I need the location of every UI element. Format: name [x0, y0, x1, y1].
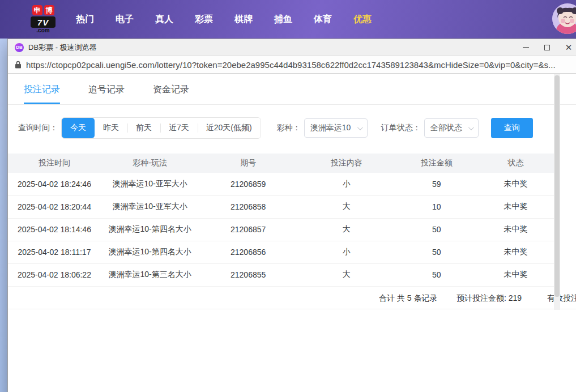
table-cell: 59 [395, 173, 477, 195]
table-cell: 2025-04-02 18:11:17 [8, 241, 101, 263]
logo-chips: 申 博 [32, 5, 54, 15]
time-filter-group: 今天昨天前天近7天近20天(低频) [61, 117, 261, 139]
column-header: 投注内容 [297, 154, 396, 173]
table-cell: 未中奖 [477, 195, 554, 218]
page-content: 投注记录追号记录资金记录 查询时间： 今天昨天前天近7天近20天(低频) 彩种：… [8, 74, 576, 392]
table-cell: 未中奖 [477, 218, 554, 241]
table-cell: 大 [297, 263, 396, 286]
nav-item[interactable]: 棋牌 [234, 14, 253, 25]
summary-valid-amount: 有效投注 [547, 293, 576, 304]
tab[interactable]: 资金记录 [153, 84, 189, 104]
table-cell: 澳洲幸运10-第四名大小 [101, 241, 199, 263]
table-row: 2025-04-02 18:06:22澳洲幸运10-第三名大小21206855大… [8, 263, 554, 286]
table-row: 2025-04-02 18:14:46澳洲幸运10-第四名大小21206857大… [8, 218, 554, 241]
site-nav-items: 热门电子真人彩票棋牌捕鱼体育优惠 [76, 14, 372, 25]
column-header: 投注时间 [8, 154, 101, 173]
page: 申 博 7V .com 热门电子真人彩票棋牌捕鱼体育优惠 [0, 0, 576, 392]
table-cell: 小 [297, 241, 396, 263]
table-header: 投注时间彩种-玩法期号投注内容投注金额状态 [8, 154, 554, 173]
time-filter-label: 查询时间： [18, 123, 58, 133]
avatar-illustration [552, 3, 576, 34]
maximize-button[interactable] [536, 39, 558, 56]
tab[interactable]: 追号记录 [88, 84, 125, 104]
time-option-button[interactable]: 今天 [62, 118, 95, 138]
table-cell: 未中奖 [477, 173, 554, 195]
table-header-row: 投注时间彩种-玩法期号投注内容投注金额状态 [8, 154, 554, 173]
nav-item[interactable]: 体育 [314, 14, 332, 25]
minimize-button[interactable] [515, 39, 536, 56]
table-cell: 2025-04-02 18:20:44 [8, 195, 101, 218]
chevron-down-icon [468, 125, 474, 130]
nav-item[interactable]: 彩票 [195, 14, 213, 25]
nav-item[interactable]: 真人 [155, 14, 173, 25]
column-header: 彩种-玩法 [101, 154, 199, 173]
address-bar[interactable]: https://ctopcp02pcali.uengi5e.com/lotter… [8, 56, 576, 74]
table-cell: 21206856 [199, 241, 297, 263]
lottery-select-value: 澳洲幸运10 [310, 123, 351, 133]
nav-item[interactable]: 电子 [116, 14, 134, 25]
time-option-button[interactable]: 近7天 [160, 118, 198, 138]
table-cell: 未中奖 [477, 241, 554, 263]
time-option-button[interactable]: 昨天 [95, 118, 127, 138]
status-select-value: 全部状态 [430, 123, 462, 133]
table-cell: 21206855 [199, 263, 297, 286]
table-cell: 澳洲幸运10-亚军大小 [101, 195, 199, 218]
table-cell: 50 [395, 218, 477, 241]
table-cell: 大 [297, 218, 396, 241]
table-row: 2025-04-02 18:20:44澳洲幸运10-亚军大小21206858大1… [8, 195, 554, 218]
summary-expected-amount: 预计投注金额: 219 [456, 293, 522, 304]
table-cell: 21206857 [199, 218, 297, 241]
table-row: 2025-04-02 18:24:46澳洲幸运10-亚军大小21206859小5… [8, 173, 554, 195]
table-cell: 未中奖 [477, 263, 554, 286]
close-icon: ✕ [565, 43, 573, 52]
user-avatar[interactable] [552, 3, 576, 34]
table-cell: 2025-04-02 18:14:46 [8, 218, 101, 241]
time-option-button[interactable]: 近20天(低频) [198, 118, 261, 138]
window-controls: ✕ [515, 39, 576, 56]
logo-chip-2: 博 [44, 5, 54, 15]
table-cell: 50 [395, 263, 477, 286]
browser-window: DB DB彩票 - 极速浏览器 ✕ https://ctopcp02pcali.… [7, 39, 576, 392]
bet-records-table: 投注时间彩种-玩法期号投注内容投注金额状态 2025-04-02 18:24:4… [8, 154, 554, 287]
table-cell: 2025-04-02 18:24:46 [8, 173, 101, 195]
close-button[interactable]: ✕ [558, 39, 576, 56]
logo-7v: 7V [31, 16, 56, 28]
table-row: 2025-04-02 18:11:17澳洲幸运10-第四名大小21206856小… [8, 241, 554, 263]
nav-item[interactable]: 优惠 [353, 14, 372, 25]
lottery-select[interactable]: 澳洲幸运10 [304, 118, 368, 138]
window-titlebar[interactable]: DB DB彩票 - 极速浏览器 ✕ [8, 39, 576, 56]
summary-total: 合计 共 5 条记录 [379, 293, 437, 304]
tab[interactable]: 投注记录 [24, 84, 60, 104]
query-button[interactable]: 查询 [491, 118, 533, 138]
status-select[interactable]: 全部状态 [424, 118, 479, 138]
nav-item[interactable]: 热门 [76, 14, 94, 25]
window-title: DB彩票 - 极速浏览器 [28, 42, 97, 53]
column-header: 投注金额 [395, 154, 477, 173]
table-cell: 澳洲幸运10-亚军大小 [101, 173, 199, 195]
table-cell: 2025-04-02 18:06:22 [8, 263, 101, 286]
scrollbar-thumb[interactable] [554, 75, 560, 297]
status-filter-label: 订单状态： [381, 123, 421, 133]
maximize-icon [544, 45, 550, 50]
site-logo[interactable]: 申 博 7V .com [27, 5, 59, 33]
filter-bar: 查询时间： 今天昨天前天近7天近20天(低频) 彩种： 澳洲幸运10 订单状态：… [18, 117, 576, 139]
lock-icon [15, 61, 22, 69]
table-cell: 大 [297, 195, 396, 218]
table-cell: 50 [395, 241, 477, 263]
nav-item[interactable]: 捕鱼 [274, 14, 292, 25]
lottery-filter-label: 彩种： [277, 123, 301, 133]
table-cell: 21206859 [199, 173, 297, 195]
url-text[interactable]: https://ctopcp02pcali.uengi5e.com/lotter… [26, 60, 556, 70]
table-body: 2025-04-02 18:24:46澳洲幸运10-亚军大小21206859小5… [8, 173, 554, 286]
table-cell: 10 [395, 195, 477, 218]
record-tabs: 投注记录追号记录资金记录 [8, 74, 576, 105]
logo-com: .com [36, 28, 49, 33]
summary-row: 合计 共 5 条记录 预计投注金额: 219 有效投注 [8, 287, 576, 309]
table-cell: 小 [297, 173, 396, 195]
vertical-scrollbar[interactable] [554, 74, 560, 310]
column-header: 状态 [477, 154, 554, 173]
table-cell: 澳洲幸运10-第四名大小 [101, 218, 199, 241]
tab-favicon: DB [15, 43, 24, 52]
table-cell: 21206858 [199, 195, 297, 218]
time-option-button[interactable]: 前天 [127, 118, 160, 138]
